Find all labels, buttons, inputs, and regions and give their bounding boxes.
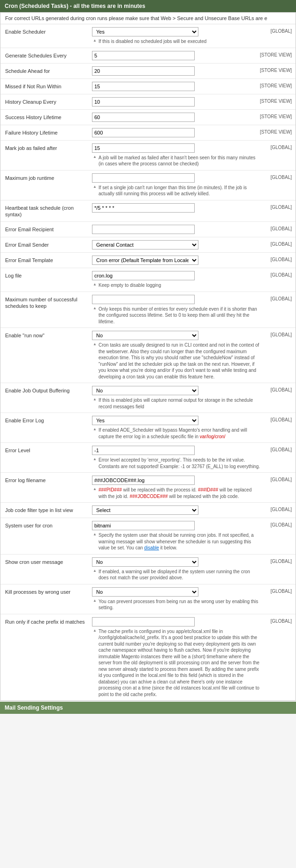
label-heartbeat-schedule: Heartbeat task schedule (cron syntax) bbox=[2, 202, 90, 220]
failure-history-input[interactable] bbox=[92, 128, 195, 137]
input-col-error-log-filename: ###PID### will be replaced with the proc… bbox=[90, 475, 262, 500]
success-history-input[interactable] bbox=[92, 113, 195, 122]
label-error-email-template: Error Email Template bbox=[2, 255, 90, 265]
label-generate-schedules: Generate Schedules Every bbox=[2, 50, 90, 61]
scope-error-email-sender: [GLOBAL] bbox=[262, 239, 294, 247]
label-missed-not-run: Missed if Not Run Within bbox=[2, 81, 90, 92]
scope-enable-error-log: [GLOBAL] bbox=[262, 415, 294, 422]
missed-not-run-input[interactable] bbox=[92, 82, 195, 91]
input-col-max-successful-schedules: Only keeps this number of entries for ev… bbox=[90, 294, 262, 326]
input-col-kill-wrong-user: No Yes You can prevent processes from be… bbox=[90, 586, 262, 612]
row-error-email-template: Error Email Template Cron error (Default… bbox=[0, 253, 296, 268]
input-col-heartbeat-schedule bbox=[90, 202, 262, 213]
label-kill-wrong-user: Kill processes by wrong user bbox=[2, 586, 90, 597]
label-enable-error-log: Enable Error Log bbox=[2, 415, 90, 426]
row-error-email-recipient: Error Email Recipient [GLOBAL] bbox=[0, 222, 296, 237]
input-col-log-file: Keep empty to disable logging bbox=[90, 270, 262, 290]
hint-cache-prefix-id: The cache prefix is configured in you ap… bbox=[92, 628, 260, 698]
input-col-mark-failed: A job will be marked as failed after it … bbox=[90, 142, 262, 168]
enable-job-output-buffering-select[interactable]: No Yes bbox=[92, 386, 198, 395]
input-col-enable-run-now: No Yes Cron tasks are usually designed t… bbox=[90, 330, 262, 381]
scope-log-file: [GLOBAL] bbox=[262, 270, 294, 277]
enable-run-now-select[interactable]: No Yes bbox=[92, 331, 198, 340]
hint-enable-scheduler: If this is disabled no scheduled jobs wi… bbox=[92, 38, 260, 45]
label-error-level: Error Level bbox=[2, 445, 90, 455]
row-error-level: Error Level Error level accepted by 'err… bbox=[0, 443, 296, 473]
hint-error-level: Error level accepted by 'error_reporting… bbox=[92, 457, 260, 470]
input-col-success-history bbox=[90, 112, 260, 123]
label-schedule-ahead: Schedule Ahead for bbox=[2, 65, 90, 76]
hint-enable-run-now: Cron tasks are usually designed to run i… bbox=[92, 342, 260, 380]
label-mark-failed: Mark job as failed after bbox=[2, 142, 90, 153]
label-max-successful-schedules: Maximum number of successful schedules t… bbox=[2, 294, 90, 312]
hint-max-job-runtime: If set a single job can't run longer tha… bbox=[92, 185, 260, 197]
schedule-ahead-input[interactable] bbox=[92, 66, 195, 76]
scope-history-cleanup: [STORE VIEW] bbox=[260, 96, 294, 104]
hint-log-file: Keep empty to disable logging bbox=[92, 282, 260, 289]
label-enable-job-output-buffering: Enable Job Output Buffering bbox=[2, 385, 90, 396]
label-max-job-runtime: Maximum job runtime bbox=[2, 172, 90, 183]
system-user-cron-input[interactable] bbox=[92, 521, 195, 530]
heartbeat-schedule-input[interactable] bbox=[92, 203, 195, 213]
scope-kill-wrong-user: [GLOBAL] bbox=[262, 586, 294, 594]
input-col-enable-error-log: Yes No If enabled AOE_Scheduler will byp… bbox=[90, 415, 262, 441]
row-failure-history: Failure History Lifetime [STORE VIEW] bbox=[0, 125, 296, 141]
input-col-missed-not-run bbox=[90, 81, 260, 92]
input-col-error-level: Error level accepted by 'error_reporting… bbox=[90, 445, 262, 470]
input-col-system-user-cron: Specify the system user that should be r… bbox=[90, 520, 262, 552]
max-job-runtime-input[interactable] bbox=[92, 173, 195, 183]
enable-error-log-select[interactable]: Yes No bbox=[92, 416, 198, 425]
row-enable-error-log: Enable Error Log Yes No If enabled AOE_S… bbox=[0, 413, 296, 443]
input-col-history-cleanup bbox=[90, 96, 260, 107]
max-successful-schedules-input[interactable] bbox=[92, 295, 195, 304]
input-col-schedule-ahead bbox=[90, 65, 260, 77]
input-col-cache-prefix-id: The cache prefix is configured in you ap… bbox=[90, 616, 262, 699]
header-title: Cron (Scheduled Tasks) - all the times a… bbox=[5, 3, 145, 9]
hint-error-log-filename: ###PID### will be replaced with the proc… bbox=[92, 487, 260, 499]
scope-cache-prefix-id: [GLOBAL] bbox=[262, 616, 294, 624]
job-code-filter-select[interactable]: Select Whitelist Blacklist bbox=[92, 505, 198, 515]
label-system-user-cron: System user for cron bbox=[2, 520, 90, 531]
scope-error-log-filename: [GLOBAL] bbox=[262, 475, 294, 482]
hint-max-successful-schedules: Only keeps this number of entries for ev… bbox=[92, 306, 260, 325]
scope-enable-job-output-buffering: [GLOBAL] bbox=[262, 385, 294, 392]
row-show-cron-user-message: Show cron user message No Yes If enabled… bbox=[0, 555, 296, 584]
kill-wrong-user-select[interactable]: No Yes bbox=[92, 587, 198, 597]
error-level-input[interactable] bbox=[92, 446, 195, 455]
label-cache-prefix-id: Run only if cache prefix id matches bbox=[2, 616, 90, 627]
scope-max-successful-schedules: [GLOBAL] bbox=[262, 294, 294, 301]
scope-error-level: [GLOBAL] bbox=[262, 445, 294, 452]
cache-prefix-id-input[interactable] bbox=[92, 617, 195, 626]
enable-scheduler-select[interactable]: Yes No bbox=[92, 27, 198, 36]
scope-missed-not-run: [STORE VIEW] bbox=[260, 81, 294, 88]
error-email-template-select[interactable]: Cron error (Default Template from Locale… bbox=[92, 256, 198, 265]
error-email-recipient-input[interactable] bbox=[92, 225, 195, 234]
scope-failure-history: [STORE VIEW] bbox=[260, 127, 294, 135]
history-cleanup-input[interactable] bbox=[92, 97, 195, 107]
section-note: For correct URLs generated during cron r… bbox=[0, 13, 296, 24]
row-system-user-cron: System user for cron Specify the system … bbox=[0, 518, 296, 555]
scope-max-job-runtime: [GLOBAL] bbox=[262, 172, 294, 180]
log-file-input[interactable] bbox=[92, 271, 195, 280]
mark-failed-input[interactable] bbox=[92, 143, 195, 153]
scope-success-history: [STORE VIEW] bbox=[260, 112, 294, 119]
generate-schedules-input[interactable] bbox=[92, 51, 195, 60]
row-heartbeat-schedule: Heartbeat task schedule (cron syntax) [G… bbox=[0, 200, 296, 222]
input-col-error-email-recipient bbox=[90, 224, 262, 235]
row-missed-not-run: Missed if Not Run Within [STORE VIEW] bbox=[0, 79, 296, 94]
show-cron-user-message-select[interactable]: No Yes bbox=[92, 557, 198, 567]
hint-mark-failed: A job will be marked as failed after it … bbox=[92, 155, 260, 167]
hint-enable-job-output-buffering: If this is enabled jobs will capture nor… bbox=[92, 397, 260, 410]
error-email-sender-select[interactable]: General Contact Sales Representative Cus… bbox=[92, 240, 198, 249]
row-cache-prefix-id: Run only if cache prefix id matches The … bbox=[0, 614, 296, 701]
label-error-log-filename: Error log filename bbox=[2, 475, 90, 485]
error-log-filename-input[interactable] bbox=[92, 476, 195, 485]
row-log-file: Log file Keep empty to disable logging [… bbox=[0, 268, 296, 292]
scope-system-user-cron: [GLOBAL] bbox=[262, 520, 294, 527]
hint-show-cron-user-message: If enabled, a warning will be displayed … bbox=[92, 569, 260, 581]
hint-kill-wrong-user: You can prevent processes from being run… bbox=[92, 598, 260, 611]
scope-mark-failed: [GLOBAL] bbox=[262, 142, 294, 150]
row-schedule-ahead: Schedule Ahead for [STORE VIEW] bbox=[0, 64, 296, 79]
label-job-code-filter: Job code filter type in list view bbox=[2, 505, 90, 515]
row-error-email-sender: Error Email Sender General Contact Sales… bbox=[0, 237, 296, 253]
